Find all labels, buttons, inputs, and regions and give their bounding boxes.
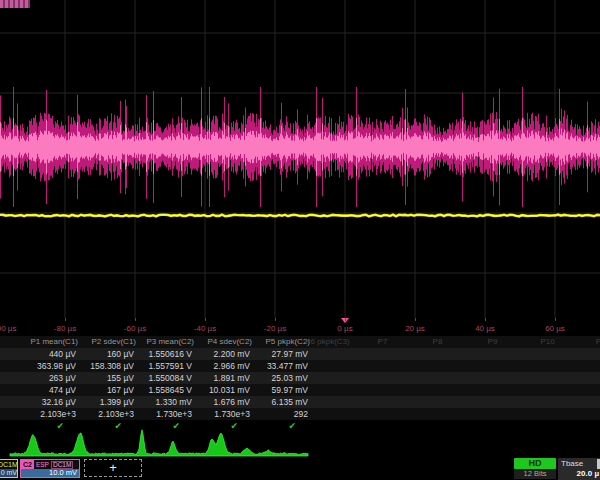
bottom-bar: DC1M 0 mV C2 ESP DC1M 10.0 mV + HD 12 Bi…: [0, 458, 600, 480]
param-header-p1[interactable]: P1 mean(C1): [20, 336, 78, 348]
stat-value: 1.330 mV: [136, 396, 192, 408]
stat-value: 1.891 mV: [194, 372, 250, 384]
stat-value: 160 µV: [78, 348, 134, 360]
stat-value: 1.550084 V: [136, 372, 192, 384]
corner-trace-label: [0, 0, 30, 8]
stat-value: 59.97 mV: [252, 384, 308, 396]
timebase-value: 20.0 µ: [558, 469, 600, 480]
axis-tick: [415, 318, 416, 321]
stat-value: 2.103e+3: [20, 408, 76, 420]
stat-value: 2.103e+3: [78, 408, 134, 420]
stat-value: 167 µV: [78, 384, 134, 396]
stat-value: 440 µV: [20, 348, 76, 360]
stat-value: 1.676 mV: [194, 396, 250, 408]
axis-tick: [135, 318, 136, 321]
axis-tick: [65, 318, 66, 321]
stat-value: 2.200 mV: [194, 348, 250, 360]
time-axis-label: 60 µs: [545, 324, 565, 333]
waveform-display: [0, 0, 600, 318]
axis-tick: [485, 318, 486, 321]
stat-value: 6.135 mV: [252, 396, 308, 408]
hd-bits-label: 12 Bits: [514, 469, 556, 479]
time-axis-label: -100 µs: [0, 324, 16, 333]
stat-value: 2.966 mV: [194, 360, 250, 372]
param-header-p7[interactable]: P7: [355, 336, 410, 348]
table-header-row: P1 mean(C1) P2 sdev(C1) P3 mean(C2) P4 s…: [0, 336, 600, 348]
stat-value: 263 µV: [20, 372, 76, 384]
table-row-value: 440 µV 160 µV 1.550616 V 2.200 mV 27.97 …: [0, 348, 600, 360]
stat-value: 292: [252, 408, 308, 420]
stat-value: 10.031 mV: [194, 384, 250, 396]
time-axis-label: -60 µs: [124, 324, 146, 333]
stat-value: 27.97 mV: [252, 348, 308, 360]
measurement-table: P1 mean(C1) P2 sdev(C1) P3 mean(C2) P4 s…: [0, 336, 600, 432]
axis-tick: [205, 318, 206, 321]
time-axis-label: 20 µs: [405, 324, 425, 333]
c2-channel-badge: C2: [21, 460, 34, 469]
param-header-p8[interactable]: P8: [410, 336, 465, 348]
param-header-p10[interactable]: P10: [520, 336, 575, 348]
table-row-sdev: 32.16 µV 1.399 µV 1.330 mV 1.676 mV 6.13…: [0, 396, 600, 408]
stat-value: 32.16 µV: [20, 396, 76, 408]
add-trace-button[interactable]: +: [84, 459, 142, 477]
channel-c1-descriptor[interactable]: DC1M 0 mV: [0, 459, 18, 478]
stat-value: 25.03 mV: [252, 372, 308, 384]
stat-value: 155 µV: [78, 372, 134, 384]
param-header-p4[interactable]: P4 sdev(C2): [194, 336, 252, 348]
stat-value: 363.98 µV: [20, 360, 76, 372]
stat-value: 1.557591 V: [136, 360, 192, 372]
table-row-mean: 363.98 µV 158.308 µV 1.557591 V 2.966 mV…: [0, 360, 600, 372]
axis-tick: [275, 318, 276, 321]
time-axis-label: -20 µs: [264, 324, 286, 333]
hd-label: HD: [514, 458, 556, 469]
stat-value: 158.308 µV: [78, 360, 134, 372]
channel-c2-descriptor[interactable]: C2 ESP DC1M 10.0 mV: [20, 459, 80, 478]
param-header-p11[interactable]: P11: [575, 336, 600, 348]
c2-scale-value: 10.0 mV: [21, 469, 79, 477]
stat-value: 33.477 mV: [252, 360, 308, 372]
oscilloscope-screen: -100 µs -80 µs -60 µs -40 µs -20 µs 0 µs…: [0, 0, 600, 480]
hd-mode-badge[interactable]: HD 12 Bits: [514, 458, 556, 480]
stat-value: 1.550616 V: [136, 348, 192, 360]
timebase-label: Tbase: [558, 458, 600, 469]
time-axis-label: 40 µs: [475, 324, 495, 333]
axis-tick: [345, 318, 346, 321]
stat-value: 474 µV: [20, 384, 76, 396]
plus-icon: +: [109, 460, 117, 475]
time-axis-label: -40 µs: [194, 324, 216, 333]
param-header-p9[interactable]: P9: [465, 336, 520, 348]
time-axis-label: -80 µs: [54, 324, 76, 333]
stat-value: 1.730e+3: [194, 408, 250, 420]
time-axis: -100 µs -80 µs -60 µs -40 µs -20 µs 0 µs…: [0, 318, 600, 336]
stat-value: 1.558645 V: [136, 384, 192, 396]
axis-tick: [555, 318, 556, 321]
param-header-p2[interactable]: P2 sdev(C1): [78, 336, 136, 348]
c2-tag-esp: ESP: [36, 461, 49, 468]
param-header-p3[interactable]: P3 mean(C2): [136, 336, 194, 348]
timebase-descriptor[interactable]: Tbase 20.0 µ: [558, 458, 600, 480]
c1-coupling-label: DC1M: [0, 460, 17, 469]
table-row-num: 2.103e+3 2.103e+3 1.730e+3 1.730e+3 292: [0, 408, 600, 420]
table-row-min: 263 µV 155 µV 1.550084 V 1.891 mV 25.03 …: [0, 372, 600, 384]
c1-scale-value: 0 mV: [0, 469, 17, 477]
stat-value: 1.399 µV: [78, 396, 134, 408]
param-header-p6[interactable]: P6 pkpk(C3): [300, 336, 355, 348]
time-axis-label: 0 µs: [337, 324, 352, 333]
table-row-max: 474 µV 167 µV 1.558645 V 10.031 mV 59.97…: [0, 384, 600, 396]
stat-value: 1.730e+3: [136, 408, 192, 420]
measurement-histogram: [0, 429, 600, 457]
